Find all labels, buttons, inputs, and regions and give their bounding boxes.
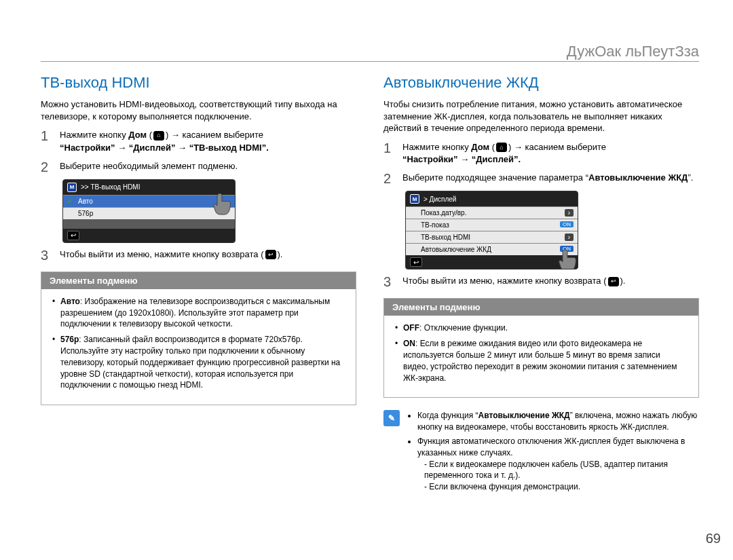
r-step2b: ”. [688, 172, 693, 183]
note-sub-a: - Если к видеокамере подключен кабель (U… [424, 459, 699, 482]
ss-row-autolcd[interactable]: Автовыключение ЖКД ON [406, 243, 578, 255]
submenu-item-on: ON: Если в режиме ожидания видео или фот… [403, 338, 686, 384]
r-step1a: Нажмите кнопку [402, 142, 471, 152]
on-toggle: ON [560, 221, 574, 227]
chevron-right-icon: › [565, 209, 574, 217]
right-screenshot: M > Дисплей Показ.дату/вр. › ТВ-показ ON… [405, 191, 578, 269]
menu-m-icon: M [410, 194, 419, 204]
left-step-2: 2 Выберите необходимый элемент подменю. [41, 160, 356, 174]
left-section-title: ТВ-выход HDMI [41, 74, 356, 92]
back-icon: ↩ [608, 277, 619, 286]
header-divider: ДужОак льПеутЗза [41, 61, 699, 62]
sbox-title: Элементы подменю [384, 299, 698, 316]
submenu-item-auto: Авто: Изображение на телевизоре воспроиз… [60, 296, 343, 330]
ss-row-label: ТВ-выход HDMI [421, 234, 470, 241]
chevron-right-icon: › [565, 234, 574, 241]
step-number: 2 [383, 172, 396, 185]
ss-row-tvout[interactable]: ТВ-выход HDMI › [406, 231, 578, 243]
r-step1-bold: Дом [471, 142, 489, 152]
ss-row-576p[interactable]: 576p [63, 207, 235, 219]
back-icon[interactable]: ↩ [67, 231, 79, 240]
home-icon: ⌂ [153, 131, 164, 141]
ss-row-label: Автовыключение ЖКД [421, 246, 491, 253]
step-number: 3 [41, 248, 53, 262]
step1b: → касанием выберите [168, 130, 263, 140]
home-icon: ⌂ [496, 143, 507, 152]
ss-row-auto[interactable]: ✔ Авто [63, 195, 235, 207]
right-step-2: 2 Выберите подходящее значение параметра… [383, 172, 699, 185]
back-icon: ↩ [265, 250, 276, 259]
note-box: ✎ Когда функция “Автовыключение ЖКД” вкл… [383, 410, 699, 496]
left-intro: Можно установить HDMI-видеовыход, соотве… [41, 98, 356, 122]
ss-row-datetime[interactable]: Показ.дату/вр. › [406, 206, 578, 219]
r-step3b: ). [620, 276, 626, 286]
step-number: 2 [41, 160, 53, 174]
sbox-title: Элементы подменю [41, 272, 356, 289]
back-icon[interactable]: ↩ [410, 257, 422, 267]
step-number: 3 [383, 275, 396, 288]
step1-bold: Дом [128, 130, 147, 140]
note-item-1: Когда функция “Автовыключение ЖКД” включ… [417, 410, 699, 433]
ss-row1-label: Авто [78, 198, 93, 205]
left-step3b: ). [278, 249, 283, 259]
ss-row2-label: 576p [78, 210, 93, 217]
ss-row-tvshow[interactable]: ТВ-показ ON [406, 219, 578, 231]
page-number: 69 [706, 531, 721, 546]
left-screenshot: M >> ТВ-выход HDMI ✔ Авто 576p ↩ [62, 179, 236, 243]
right-submenu-box: Элементы подменю OFF: Отключение функции… [383, 298, 699, 398]
step1-line2: “Настройки” → “Дисплей” → “ТВ-выход HDMI… [60, 143, 269, 153]
left-step3a: Чтобы выйти из меню, нажмите кнопку возв… [60, 249, 264, 259]
ss-breadcrumb: > Дисплей [424, 195, 456, 203]
r-step2a: Выберите подходящее значение параметра “ [402, 172, 588, 183]
ss-row-label: ТВ-показ [421, 221, 449, 229]
note-sub-b: - Если включена функция демонстрации. [424, 481, 699, 493]
left-step-3: 3 Чтобы выйти из меню, нажмите кнопку во… [41, 248, 356, 262]
menu-m-icon: M [67, 183, 77, 192]
left-step-1: 1 Нажмите кнопку Дом (⌂) → касанием выбе… [41, 129, 356, 155]
ss-breadcrumb: >> ТВ-выход HDMI [81, 183, 140, 191]
note-icon: ✎ [383, 410, 400, 426]
right-step-1: 1 Нажмите кнопку Дом (⌂) → касанием выбе… [383, 141, 699, 167]
ss-row-label: Показ.дату/вр. [421, 209, 466, 217]
submenu-item-576p: 576p: Записанный файл воспроизводится в … [60, 334, 343, 391]
check-icon: ✔ [67, 198, 73, 205]
left-submenu-box: Элементы подменю Авто: Изображение на те… [41, 272, 356, 405]
note-item-2: Функция автоматического отключения ЖК-ди… [417, 436, 699, 493]
header-title: ДужОак льПеутЗза [553, 43, 699, 60]
submenu-item-off: OFF: Отключение функции. [403, 322, 686, 334]
r-step1b: → касанием выберите [511, 142, 606, 152]
right-intro: Чтобы снизить потребление питания, можно… [383, 98, 699, 134]
r-step1-line2: “Настройки” → “Дисплей”. [402, 154, 521, 164]
right-section-title: Автовыключение ЖКД [383, 74, 699, 92]
r-step3a: Чтобы выйти из меню, нажмите кнопку возв… [402, 276, 607, 286]
step1a: Нажмите кнопку [60, 130, 128, 140]
on-toggle: ON [560, 246, 574, 252]
right-step-3: 3 Чтобы выйти из меню, нажмите кнопку во… [383, 275, 699, 288]
right-column: Автовыключение ЖКД Чтобы снизить потребл… [383, 74, 699, 496]
step-number: 1 [41, 129, 53, 143]
left-step2-text: Выберите необходимый элемент подменю. [60, 160, 356, 173]
left-column: ТВ-выход HDMI Можно установить HDMI-виде… [41, 74, 356, 496]
r-step2-bold: Автовыключение ЖКД [588, 172, 688, 183]
step-number: 1 [383, 141, 396, 155]
